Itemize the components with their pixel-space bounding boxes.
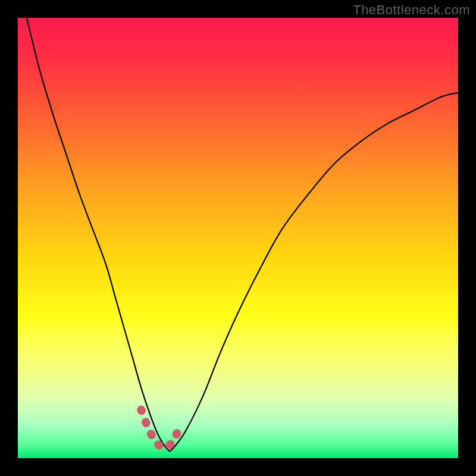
chart-frame: TheBottleneck.com bbox=[0, 0, 476, 476]
bottleneck-chart bbox=[18, 18, 458, 458]
watermark-text: TheBottleneck.com bbox=[353, 2, 470, 18]
plot-area bbox=[18, 18, 458, 458]
gradient-bottom-band bbox=[18, 326, 458, 458]
